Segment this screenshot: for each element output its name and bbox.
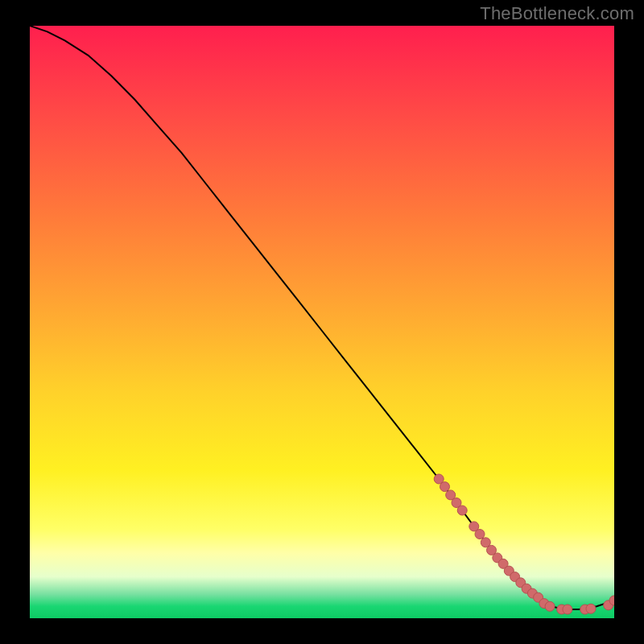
watermark-text: TheBottleneck.com xyxy=(480,3,634,24)
plot-area xyxy=(30,26,614,618)
chart-frame: TheBottleneck.com xyxy=(0,0,644,644)
